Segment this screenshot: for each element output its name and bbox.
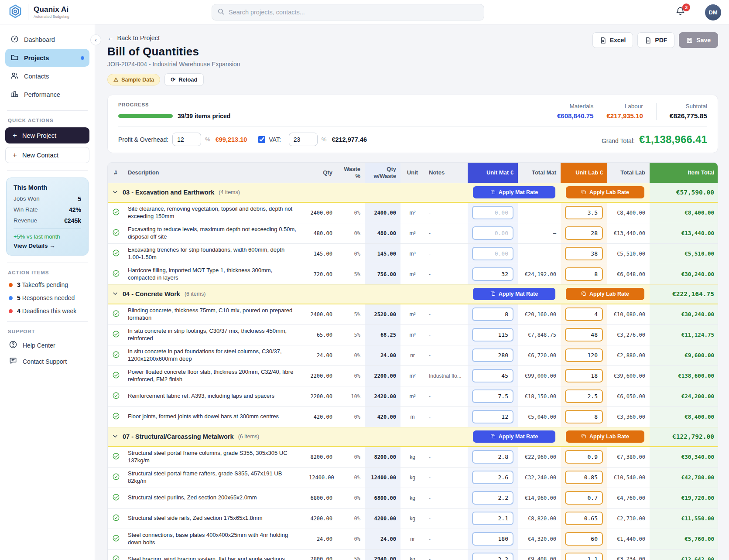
sidebar-collapse-button[interactable]: ‹ <box>90 34 101 45</box>
vat-checkbox[interactable] <box>258 136 265 143</box>
progress-bar <box>118 114 173 118</box>
new-project-button[interactable]: +New Project <box>5 127 89 143</box>
unit-lab-input[interactable] <box>565 410 603 423</box>
unit-lab-input[interactable] <box>565 267 603 281</box>
section-name: 07 - Structural/Carcassing Metalwork <box>123 433 234 440</box>
unit-lab-input[interactable] <box>565 491 603 505</box>
notifications-button[interactable]: 3 <box>675 6 688 18</box>
column-header-description: Description <box>123 163 305 183</box>
unit-lab-input[interactable] <box>565 226 603 240</box>
unit-lab-input[interactable] <box>565 369 603 382</box>
unit-lab-input[interactable] <box>565 450 603 464</box>
reload-button[interactable]: ⟳ Reload <box>164 73 203 86</box>
chevron-down-icon[interactable] <box>112 433 118 440</box>
apply-mat-rate-button[interactable]: Apply Mat Rate <box>473 186 555 198</box>
active-indicator-dot <box>81 56 84 60</box>
total-mat-cell: €9,408.00 <box>518 549 561 560</box>
unit-lab-input[interactable] <box>565 206 603 219</box>
sidebar-item-projects[interactable]: Projects <box>5 49 89 67</box>
labour-label: Labour <box>606 103 643 109</box>
help-center-link[interactable]: Help Center <box>9 340 86 350</box>
unit-mat-input[interactable] <box>472 410 513 423</box>
unit-mat-cell <box>468 467 518 488</box>
unit-mat-cell <box>468 264 518 284</box>
item-total-cell: €9,600.00 <box>650 345 718 365</box>
apply-lab-rate-button[interactable]: Apply Lab Rate <box>566 430 644 443</box>
unit-mat-input[interactable] <box>472 471 513 484</box>
main-content: ← Back to Project Excel PDF Save Bill of… <box>95 24 729 560</box>
row-status-cell <box>108 365 123 386</box>
unit-mat-input[interactable] <box>472 267 513 281</box>
contact-support-link[interactable]: Contact Support <box>9 356 86 366</box>
unit-mat-input[interactable] <box>472 206 513 219</box>
unit-mat-input[interactable] <box>472 450 513 464</box>
section-count: (6 items) <box>238 434 260 440</box>
unit-mat-input[interactable] <box>472 532 513 546</box>
qty-cell: 420.00 <box>305 406 337 427</box>
waste-cell: 10% <box>337 386 365 406</box>
apply-mat-rate-button[interactable]: Apply Mat Rate <box>473 430 555 443</box>
check-circle-icon <box>112 394 120 401</box>
check-circle-icon <box>112 455 120 461</box>
apply-lab-rate-button[interactable]: Apply Lab Rate <box>566 186 644 198</box>
item-total-cell: €24,200.00 <box>650 386 718 406</box>
excel-button[interactable]: Excel <box>592 32 633 48</box>
unit-mat-input[interactable] <box>472 389 513 403</box>
action-item[interactable]: 5 Responses needed <box>9 294 86 301</box>
unit-lab-input[interactable] <box>565 307 603 321</box>
chevron-down-icon[interactable] <box>112 189 118 196</box>
unit-lab-input[interactable] <box>565 348 603 362</box>
action-item[interactable]: 3 Takeoffs pending <box>9 281 86 288</box>
sidebar-item-contacts[interactable]: Contacts <box>5 67 89 85</box>
unit-mat-input[interactable] <box>472 512 513 525</box>
unit-mat-input[interactable] <box>472 226 513 240</box>
profit-overhead-input[interactable] <box>172 133 201 146</box>
row-status-cell <box>108 304 123 324</box>
unit-mat-input[interactable] <box>472 553 513 560</box>
unit-lab-input[interactable] <box>565 553 603 560</box>
unit-lab-input[interactable] <box>565 389 603 403</box>
sidebar-item-performance[interactable]: Performance <box>5 85 89 103</box>
search-box[interactable] <box>212 4 484 20</box>
avatar[interactable]: DM <box>705 4 721 20</box>
apply-lab-rate-button[interactable]: Apply Lab Rate <box>566 288 644 300</box>
check-circle-icon <box>112 353 120 360</box>
item-total-cell: €138,600.00 <box>650 365 718 386</box>
check-circle-icon <box>112 516 120 523</box>
divider <box>656 103 657 120</box>
column-header-unit-lab-: Unit Lab € <box>561 163 607 183</box>
total-mat-cell: €18,150.00 <box>518 386 561 406</box>
qty-with-waste-cell: 145.00 <box>365 243 400 264</box>
unit-cell: m² <box>400 304 424 324</box>
qty-with-waste-cell: 8200.00 <box>365 447 400 467</box>
sidebar-item-dashboard[interactable]: Dashboard <box>5 31 89 48</box>
sidebar-item-label: Dashboard <box>24 36 55 43</box>
new-contact-button[interactable]: +New Contact <box>5 147 89 163</box>
unit-mat-input[interactable] <box>472 491 513 505</box>
pdf-button[interactable]: PDF <box>637 32 674 48</box>
unit-mat-input[interactable] <box>472 369 513 382</box>
unit-mat-input[interactable] <box>472 348 513 362</box>
unit-lab-input[interactable] <box>565 512 603 525</box>
vat-input[interactable] <box>289 133 318 146</box>
apply-mat-rate-button[interactable]: Apply Mat Rate <box>473 288 555 300</box>
unit-lab-input[interactable] <box>565 328 603 341</box>
unit-lab-input[interactable] <box>565 247 603 260</box>
unit-lab-cell <box>561 324 607 345</box>
item-total-cell: €30,240.00 <box>650 304 718 324</box>
action-item[interactable]: 4 Deadlines this week <box>9 307 86 314</box>
back-link[interactable]: ← Back to Project <box>107 34 160 41</box>
unit-mat-input[interactable] <box>472 247 513 260</box>
view-details-link[interactable]: View Details → <box>14 242 81 249</box>
unit-mat-input[interactable] <box>472 328 513 341</box>
unit-lab-input[interactable] <box>565 532 603 546</box>
unit-mat-cell <box>468 304 518 324</box>
total-lab-cell: €3,360.00 <box>607 406 650 427</box>
chevron-down-icon[interactable] <box>112 290 118 298</box>
summary-card: PROGRESS 39/39 items priced Materials €6… <box>107 95 718 153</box>
unit-lab-input[interactable] <box>565 471 603 484</box>
save-button[interactable]: Save <box>679 32 718 48</box>
search-input[interactable] <box>229 9 479 16</box>
item-total-cell: €5,510.00 <box>650 243 718 264</box>
unit-mat-input[interactable] <box>472 307 513 321</box>
